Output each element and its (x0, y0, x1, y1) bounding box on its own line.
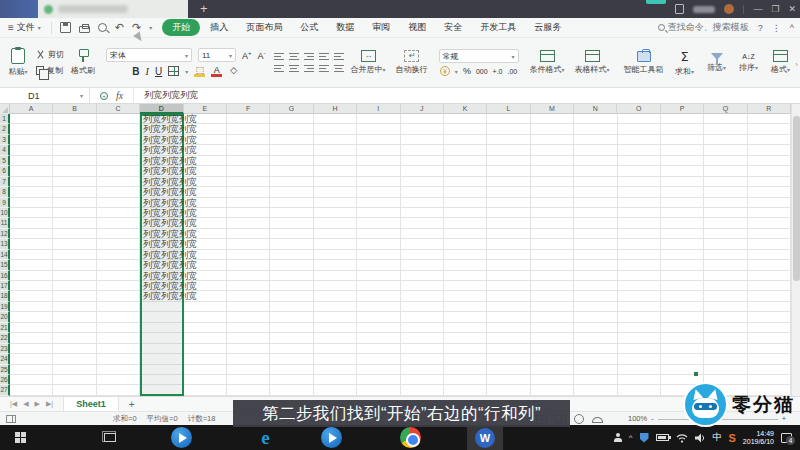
sort-button[interactable]: A↓Z 排序▾ (735, 52, 763, 74)
zoom-formula-icon[interactable]: + (100, 92, 108, 100)
borders-dropdown-icon[interactable]: ▾ (185, 68, 188, 75)
align-left-icon[interactable] (274, 65, 284, 73)
column-header-F[interactable]: F (227, 104, 270, 114)
distribute-icon[interactable] (334, 65, 344, 73)
grid-cell-D4[interactable]: 列宽列宽列宽 (143, 145, 197, 155)
page-layout-view-icon[interactable] (574, 414, 584, 424)
grid-cell-D2[interactable]: 列宽列宽列宽 (143, 124, 197, 134)
edge-browser-icon[interactable]: e (255, 427, 276, 448)
row-header-18[interactable]: 18 (0, 291, 10, 301)
input-method-indicator[interactable]: 中 (713, 431, 722, 444)
borders-button[interactable] (168, 66, 179, 76)
italic-button[interactable]: I (146, 66, 149, 77)
add-sheet-button[interactable]: + (119, 399, 145, 410)
filter-button[interactable]: 筛选▾ (703, 52, 731, 74)
column-header-E[interactable]: E (184, 104, 227, 114)
underline-button[interactable]: U (155, 66, 162, 77)
grid-cells-background[interactable] (10, 114, 791, 396)
column-header-J[interactable]: J (401, 104, 444, 114)
column-header-D[interactable]: D (140, 104, 183, 114)
row-header-2[interactable]: 2 (0, 124, 10, 134)
help-button[interactable]: ? (758, 23, 763, 33)
row-header-12[interactable]: 12 (0, 229, 10, 239)
number-format-select[interactable]: 常规▾ (439, 49, 519, 63)
fx-icon[interactable]: fx (116, 90, 123, 101)
name-box-dropdown-icon[interactable]: ▾ (80, 92, 83, 99)
align-right-icon[interactable] (304, 65, 314, 73)
increase-font-button[interactable]: A+ (242, 50, 252, 61)
cut-button[interactable]: 剪切 (36, 49, 64, 60)
row-header-6[interactable]: 6 (0, 166, 10, 176)
grid-cell-D17[interactable]: 列宽列宽列宽 (143, 281, 197, 291)
save-icon[interactable] (60, 22, 71, 33)
grid-cell-D6[interactable]: 列宽列宽列宽 (143, 166, 197, 176)
currency-dropdown-icon[interactable]: ▾ (455, 68, 458, 75)
grid-cell-D1[interactable]: 列宽列宽列宽 (143, 114, 197, 124)
row-header-19[interactable]: 19 (0, 302, 10, 312)
row-header-22[interactable]: 22 (0, 333, 10, 343)
row-header-14[interactable]: 14 (0, 250, 10, 260)
conditional-format-button[interactable]: 条件格式▾ (527, 49, 568, 76)
merge-center-button[interactable]: 合并居中▾ (348, 49, 389, 76)
menu-tab-开发工具[interactable]: 开发工具 (472, 19, 524, 36)
increase-decimal-button[interactable]: +.0 (493, 68, 503, 75)
row-header-20[interactable]: 20 (0, 312, 10, 322)
sheet-nav-arrow-3[interactable]: ▶| (46, 400, 53, 408)
column-header-H[interactable]: H (314, 104, 357, 114)
task-view-button[interactable] (104, 433, 116, 442)
paste-button[interactable]: 粘贴▾ (4, 47, 32, 78)
sheet-tab-Sheet1[interactable]: Sheet1 (63, 397, 119, 412)
row-header-8[interactable]: 8 (0, 187, 10, 197)
hidden-icons-chevron[interactable]: ^ (629, 433, 633, 442)
row-header-24[interactable]: 24 (0, 354, 10, 364)
menu-tab-数据[interactable]: 数据 (328, 19, 362, 36)
bold-button[interactable]: B (132, 66, 139, 77)
wps-home-button[interactable] (0, 0, 38, 18)
percent-style-button[interactable]: % (463, 66, 471, 76)
row-header-27[interactable]: 27 (0, 385, 10, 395)
justify-icon[interactable] (319, 65, 329, 73)
sum-button[interactable]: Σ 求和▾ (671, 48, 699, 78)
menu-tab-安全[interactable]: 安全 (436, 19, 470, 36)
row-header-26[interactable]: 26 (0, 375, 10, 385)
format-painter-button[interactable]: 格式刷 (68, 48, 98, 77)
grid-cell-D16[interactable]: 列宽列宽列宽 (143, 271, 197, 281)
font-name-select[interactable]: 宋体▾ (106, 48, 192, 62)
undo-icon[interactable]: ↶ (115, 21, 124, 34)
row-header-17[interactable]: 17 (0, 281, 10, 291)
row-header-9[interactable]: 9 (0, 198, 10, 208)
wifi-icon[interactable] (676, 433, 688, 443)
column-header-O[interactable]: O (617, 104, 660, 114)
speaker-icon[interactable] (695, 433, 706, 443)
quick-access-dropdown-icon[interactable]: ▾ (149, 24, 152, 31)
menu-tab-视图[interactable]: 视图 (400, 19, 434, 36)
column-header-I[interactable]: I (357, 104, 400, 114)
taskbar-clock[interactable]: 14:49 2019/6/10 (743, 430, 774, 446)
font-color-button[interactable]: A (211, 65, 222, 77)
menu-tab-云服务[interactable]: 云服务 (526, 19, 569, 36)
menu-tab-插入[interactable]: 插入 (202, 19, 236, 36)
align-top-icon[interactable] (274, 53, 284, 61)
grid-cell-D7[interactable]: 列宽列宽列宽 (143, 177, 197, 187)
grid-cell-D18[interactable]: 列宽列宽列宽 (143, 291, 197, 301)
fill-color-button[interactable]: ⬚ (194, 65, 205, 77)
column-header-K[interactable]: K (444, 104, 487, 114)
decrease-decimal-button[interactable]: .00 (508, 68, 518, 75)
row-header-23[interactable]: 23 (0, 344, 10, 354)
print-icon[interactable] (79, 26, 90, 33)
taskbar-app-icon-2[interactable] (321, 427, 342, 448)
font-size-select[interactable]: 11▾ (198, 48, 236, 62)
decrease-indent-icon[interactable] (319, 53, 329, 61)
table-style-button[interactable]: 表格样式▾ (572, 49, 613, 76)
column-header-G[interactable]: G (270, 104, 313, 114)
ribbon-scroll-icon[interactable]: › (795, 60, 798, 69)
column-header-Q[interactable]: Q (704, 104, 747, 114)
grid-cell-D11[interactable]: 列宽列宽列宽 (143, 218, 197, 228)
row-header-3[interactable]: 3 (0, 135, 10, 145)
align-center-icon[interactable] (289, 65, 299, 73)
name-box[interactable]: D1 ▾ (0, 88, 90, 104)
grid-cell-D12[interactable]: 列宽列宽列宽 (143, 229, 197, 239)
select-all-corner[interactable] (0, 104, 10, 114)
formula-input[interactable]: 列宽列宽列宽 (134, 89, 198, 102)
row-header-25[interactable]: 25 (0, 365, 10, 375)
